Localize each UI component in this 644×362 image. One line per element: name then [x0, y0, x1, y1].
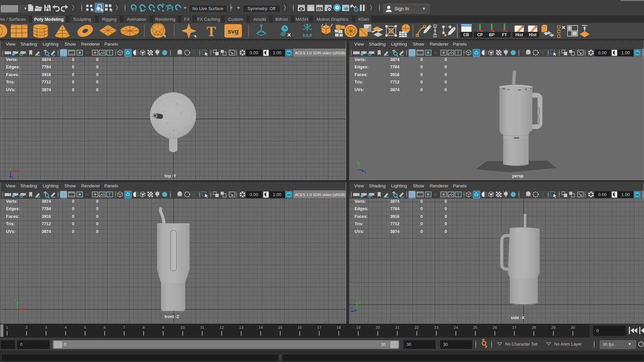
- svg-text:21: 21: [395, 325, 399, 329]
- svg-text:13: 13: [239, 325, 244, 329]
- svg-text:CB: CB: [463, 33, 469, 37]
- svg-text:26: 26: [493, 325, 497, 329]
- svg-text:27: 27: [512, 325, 517, 329]
- svg-text:10: 10: [180, 325, 185, 329]
- svg-text:T: T: [108, 51, 111, 55]
- svg-text:19: 19: [356, 325, 361, 329]
- svg-text:5: 5: [84, 325, 86, 329]
- svg-text:1.00: 1.00: [621, 192, 630, 197]
- svg-text:17: 17: [317, 325, 321, 329]
- svg-text:0.00: 0.00: [598, 50, 606, 55]
- svg-text:y: y: [359, 299, 361, 303]
- svg-text:ACES 1.0 SDR-video (sRGB): ACES 1.0 SDR-video (sRGB): [295, 193, 345, 197]
- svg-text:12: 12: [220, 325, 224, 329]
- svg-text:No Anim Layer: No Anim Layer: [554, 342, 582, 347]
- svg-text:1.00: 1.00: [273, 50, 281, 55]
- svg-text:ON: ON: [287, 194, 291, 196]
- svg-text:30: 30: [571, 325, 575, 329]
- svg-text:0.00: 0.00: [250, 50, 258, 55]
- svg-text:BP: BP: [489, 33, 495, 37]
- svg-text:1.00: 1.00: [621, 50, 630, 55]
- svg-text:0.00: 0.00: [598, 192, 606, 197]
- svg-text:T: T: [457, 192, 460, 197]
- svg-text:x: x: [19, 169, 21, 173]
- svg-text:x: x: [27, 307, 29, 311]
- svg-text:z: z: [364, 170, 366, 174]
- svg-text:6: 6: [104, 325, 106, 329]
- svg-text:20: 20: [376, 325, 380, 329]
- svg-text:y: y: [9, 167, 11, 171]
- svg-text:23: 23: [434, 325, 438, 329]
- svg-text:22: 22: [415, 325, 419, 329]
- svg-text:CP: CP: [477, 33, 483, 37]
- svg-text:14: 14: [259, 325, 263, 329]
- svg-text:IPR: IPR: [317, 8, 322, 11]
- svg-text:3: 3: [45, 325, 47, 329]
- svg-text:z: z: [351, 305, 353, 309]
- svg-text:FT: FT: [502, 33, 507, 37]
- svg-text:9: 9: [162, 325, 164, 329]
- svg-text:16: 16: [298, 325, 302, 329]
- svg-text:T: T: [457, 51, 460, 55]
- svg-text:29: 29: [551, 325, 555, 329]
- svg-text:T: T: [108, 192, 111, 197]
- svg-text:0.00: 0.00: [250, 192, 258, 197]
- svg-text:ON: ON: [636, 194, 639, 196]
- svg-text:y: y: [14, 298, 16, 302]
- svg-text:4: 4: [64, 325, 67, 329]
- svg-text:Hist: Hist: [516, 33, 523, 37]
- svg-text:ON: ON: [287, 52, 291, 54]
- svg-text:28: 28: [532, 325, 536, 329]
- svg-text:z: z: [11, 176, 13, 179]
- svg-text:8: 8: [143, 325, 145, 329]
- svg-text:T: T: [207, 24, 216, 39]
- svg-text:25: 25: [473, 325, 478, 329]
- svg-text:0,0,0: 0,0,0: [303, 33, 312, 38]
- svg-text:24: 24: [454, 325, 458, 329]
- svg-text:1: 1: [6, 325, 8, 329]
- svg-text:7: 7: [123, 325, 125, 329]
- svg-text:ON: ON: [636, 52, 639, 54]
- svg-text:y: y: [357, 161, 359, 164]
- svg-text:1.00: 1.00: [273, 192, 281, 197]
- svg-text:ACES 1.0 SDR-video (sRGB): ACES 1.0 SDR-video (sRGB): [295, 51, 345, 55]
- svg-text:Hist: Hist: [529, 33, 537, 37]
- svg-text:svg: svg: [228, 28, 239, 35]
- svg-text:11: 11: [200, 325, 204, 329]
- svg-text:15: 15: [278, 325, 282, 329]
- svg-text:2: 2: [25, 325, 28, 329]
- svg-text:No Character Set: No Character Set: [505, 342, 538, 347]
- svg-text:18: 18: [337, 325, 341, 329]
